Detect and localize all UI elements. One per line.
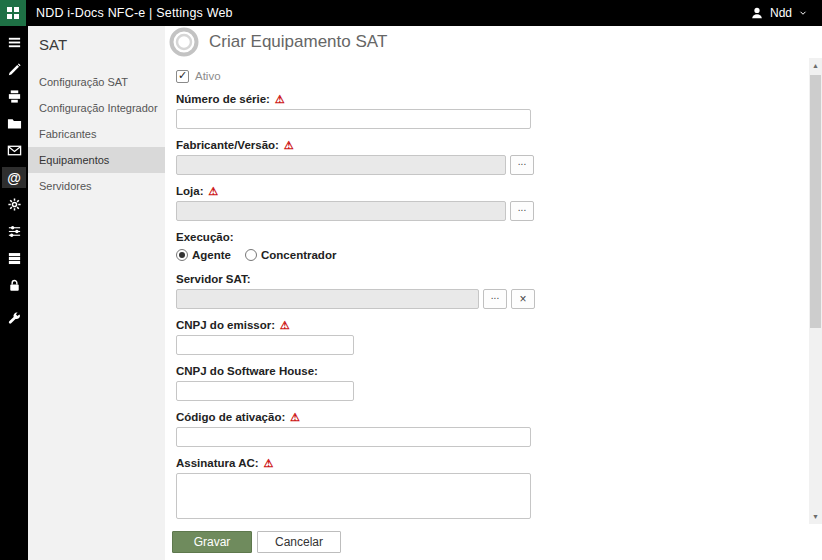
page-title: Criar Equipamento SAT [209, 32, 387, 52]
sidebar-button-settings[interactable] [2, 194, 26, 215]
cnpj-software-house-input[interactable] [176, 381, 354, 401]
codigo-ativacao-label: Código de ativação: [176, 411, 285, 423]
required-warning-icon: ⚠ [275, 94, 285, 105]
lock-icon [7, 278, 22, 293]
gear-icon [7, 197, 22, 212]
assinatura-ac-label: Assinatura AC: [176, 457, 259, 469]
cnpj-software-house-label: CNPJ do Software House: [176, 365, 318, 377]
loja-input [176, 201, 506, 221]
at-icon: @ [7, 171, 21, 185]
cnpj-software-house-field: CNPJ do Software House: [176, 364, 809, 401]
form-footer: Gravar Cancelar [165, 524, 822, 560]
execucao-label: Execução: [176, 231, 234, 243]
server-icon [7, 251, 22, 266]
app-window: NDD i-Docs NFC-e | Settings Web Ndd [0, 0, 822, 560]
sidebar-button-menu[interactable] [2, 32, 26, 53]
fabricante-versao-label: Fabricante/Versão: [176, 139, 279, 151]
radio-unchecked-icon [245, 249, 257, 261]
agente-label: Agente [192, 249, 231, 261]
loja-browse-button[interactable]: ... [510, 201, 534, 221]
servidor-sat-clear-button[interactable]: × [511, 289, 535, 309]
ativo-field: ✓ Ativo [176, 68, 809, 84]
required-warning-icon: ⚠ [280, 320, 290, 331]
check-icon: ✓ [178, 70, 187, 81]
numero-serie-field: Número de série: ⚠ [176, 92, 809, 129]
sidebar-button-folder[interactable] [2, 113, 26, 134]
sidebar-button-tools[interactable] [2, 59, 26, 80]
execucao-option-agente[interactable]: Agente [176, 249, 231, 261]
user-icon [750, 6, 764, 20]
servidor-sat-browse-button[interactable]: ... [483, 289, 507, 309]
execucao-option-concentrador[interactable]: Concentrador [245, 249, 336, 261]
user-name: Ndd [770, 6, 792, 20]
fabricante-versao-field: Fabricante/Versão: ⚠ ... [176, 138, 809, 175]
form-area: ✓ Ativo Número de série: ⚠ Fabrican [165, 58, 809, 524]
required-warning-icon: ⚠ [290, 412, 300, 423]
codigo-ativacao-field: Código de ativação: ⚠ [176, 410, 809, 447]
page-rings-icon [168, 26, 200, 58]
concentrador-label: Concentrador [261, 249, 336, 261]
scrollbar[interactable]: ▲ ▼ [809, 58, 822, 524]
ativo-checkbox[interactable]: ✓ [176, 70, 189, 83]
grid-icon [7, 7, 19, 19]
user-menu-button[interactable]: Ndd [750, 6, 822, 20]
required-warning-icon: ⚠ [208, 186, 218, 197]
codigo-ativacao-input[interactable] [176, 427, 531, 447]
app-title: NDD i-Docs NFC-e | Settings Web [36, 6, 233, 20]
required-warning-icon: ⚠ [284, 140, 294, 151]
numero-serie-label: Número de série: [176, 93, 270, 105]
nav-item-servidores[interactable]: Servidores [28, 173, 165, 199]
fabricante-versao-input [176, 155, 506, 175]
cnpj-emissor-input[interactable] [176, 335, 354, 355]
loja-field: Loja: ⚠ ... [176, 184, 809, 221]
topbar: NDD i-Docs NFC-e | Settings Web Ndd [0, 0, 822, 26]
mail-icon [7, 143, 22, 158]
icon-sidebar: @ [0, 26, 28, 560]
servidor-sat-field: Servidor SAT: ... × [176, 272, 809, 309]
page-header: Criar Equipamento SAT [165, 26, 822, 58]
sidebar-button-security[interactable] [2, 275, 26, 296]
sidebar-button-printer[interactable] [2, 86, 26, 107]
required-warning-icon: ⚠ [264, 458, 274, 469]
cancel-button[interactable]: Cancelar [257, 531, 341, 553]
loja-label: Loja: [176, 185, 203, 197]
sliders-icon [7, 224, 22, 239]
cnpj-emissor-label: CNPJ do emissor: [176, 319, 275, 331]
sidebar-button-maintenance[interactable] [2, 308, 26, 329]
scrollbar-thumb[interactable] [810, 75, 821, 328]
scrollbar-down-arrow[interactable]: ▼ [809, 509, 822, 524]
menu-icon [7, 35, 22, 50]
sidebar-button-servers[interactable] [2, 248, 26, 269]
sidebar-button-mail[interactable] [2, 140, 26, 161]
servidor-sat-input [176, 289, 479, 309]
sidebar-button-at[interactable]: @ [2, 167, 26, 188]
numero-serie-input[interactable] [176, 109, 531, 129]
cnpj-emissor-field: CNPJ do emissor: ⚠ [176, 318, 809, 355]
printer-icon [7, 89, 22, 104]
section-title: SAT [28, 26, 165, 69]
radio-checked-icon [176, 249, 188, 261]
main-content: Criar Equipamento SAT ✓ Ativo Número de … [165, 26, 822, 560]
tools-icon [7, 62, 22, 77]
nav-item-configuracao-integrador[interactable]: Configuração Integrador [28, 95, 165, 121]
ativo-label: Ativo [195, 70, 221, 82]
scrollbar-track[interactable] [809, 73, 822, 509]
app-launcher-button[interactable] [0, 0, 26, 26]
nav-item-configuracao-sat[interactable]: Configuração SAT [28, 69, 165, 95]
assinatura-ac-field: Assinatura AC: ⚠ [176, 456, 809, 523]
folder-icon [7, 116, 22, 131]
execucao-field: Execução: Agente Concentrador [176, 230, 809, 263]
save-button[interactable]: Gravar [172, 531, 252, 553]
section-nav-panel: SAT Configuração SAT Configuração Integr… [28, 26, 165, 560]
nav-item-equipamentos[interactable]: Equipamentos [28, 147, 165, 173]
fabricante-versao-browse-button[interactable]: ... [510, 155, 534, 175]
sidebar-button-sliders[interactable] [2, 221, 26, 242]
wrench-icon [7, 311, 22, 326]
nav-item-fabricantes[interactable]: Fabricantes [28, 121, 165, 147]
assinatura-ac-textarea[interactable] [176, 473, 531, 519]
scrollbar-up-arrow[interactable]: ▲ [809, 58, 822, 73]
chevron-down-icon [798, 8, 808, 18]
servidor-sat-label: Servidor SAT: [176, 273, 251, 285]
